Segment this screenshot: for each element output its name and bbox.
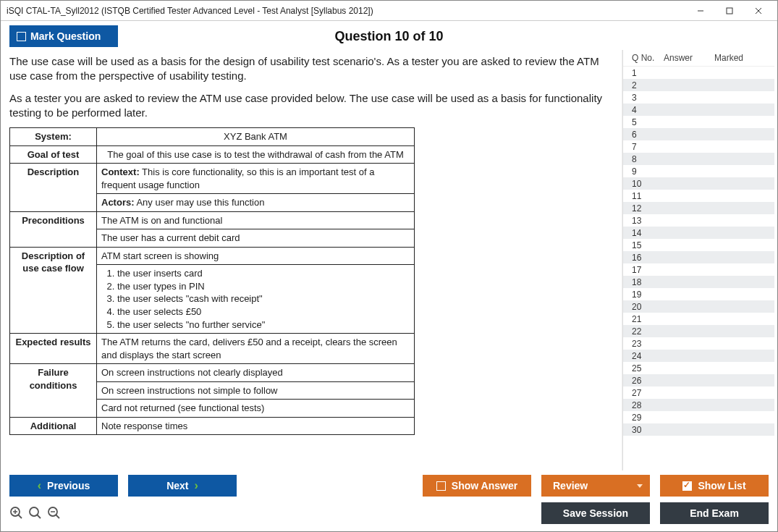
uc-failure-1: On screen instructions not clearly displ… [97, 364, 415, 382]
close-button[interactable] [744, 2, 773, 20]
uc-failure-label: Failure conditions [10, 364, 97, 418]
nav-row[interactable]: 8 [623, 153, 774, 165]
window-title: iSQI CTAL-TA_Syll2012 (ISTQB Certified T… [7, 6, 686, 16]
checkbox-icon [436, 481, 446, 491]
uc-flow-steps: the user inserts card the user types in … [97, 265, 415, 334]
nav-row[interactable]: 12 [623, 202, 774, 214]
next-button[interactable]: Next › [128, 475, 237, 497]
uc-expected-label: Expected results [10, 334, 97, 364]
nav-row[interactable]: 15 [623, 239, 774, 251]
uc-precond-1: The ATM is on and functional [97, 211, 415, 229]
header-bar: Mark Question Question 10 of 10 [1, 21, 777, 50]
nav-row[interactable]: 4 [623, 104, 774, 116]
nav-row[interactable]: 23 [623, 337, 774, 350]
svg-rect-1 [727, 8, 732, 14]
svg-line-5 [18, 515, 22, 518]
nav-row[interactable]: 21 [623, 313, 774, 325]
uc-additional-value: Note response times [97, 417, 415, 435]
checkbox-checked-icon [682, 481, 692, 491]
footer-row-2: Save Session End Exam [9, 502, 769, 524]
uc-precond-2: The user has a current debit card [97, 229, 415, 248]
nav-row[interactable]: 28 [623, 399, 774, 411]
nav-row[interactable]: 25 [623, 362, 774, 374]
end-exam-button[interactable]: End Exam [660, 502, 769, 524]
nav-row[interactable]: 14 [623, 227, 774, 239]
uc-flow-label: Description of use case flow [10, 247, 97, 333]
uc-system-value: XYZ Bank ATM [97, 128, 415, 146]
nav-row[interactable]: 11 [623, 190, 774, 202]
nav-row[interactable]: 3 [623, 91, 774, 104]
content-area: The use case will be used as a basis for… [1, 50, 777, 470]
nav-row[interactable]: 9 [623, 165, 774, 177]
nav-row[interactable]: 7 [623, 140, 774, 153]
uc-failure-2: On screen instructions not simple to fol… [97, 381, 415, 400]
question-paragraph-1: The use case will be used as a basis for… [9, 54, 613, 84]
zoom-out-button[interactable] [47, 506, 62, 520]
previous-button[interactable]: ‹ Previous [9, 475, 118, 497]
footer: ‹ Previous Next › Show Answer Review Sho… [1, 470, 777, 531]
svg-line-9 [37, 515, 41, 518]
show-list-button[interactable]: Show List [660, 475, 769, 497]
nav-question-list[interactable]: 1234567891011121314151617181920212223242… [623, 67, 774, 470]
nav-header: Q No. Answer Marked [623, 50, 774, 67]
minimize-button[interactable] [686, 2, 715, 20]
nav-col-marked: Marked [714, 53, 770, 63]
review-dropdown[interactable]: Review [541, 475, 650, 497]
nav-row[interactable]: 24 [623, 350, 774, 362]
window-controls [686, 2, 773, 20]
question-counter: Question 10 of 10 [118, 29, 660, 44]
nav-row[interactable]: 10 [623, 177, 774, 190]
checkbox-icon [17, 32, 26, 41]
nav-row[interactable]: 2 [623, 79, 774, 91]
maximize-button[interactable] [715, 2, 744, 20]
zoom-controls [9, 506, 62, 520]
zoom-out-icon [47, 506, 62, 520]
use-case-table: System: XYZ Bank ATM Goal of test The go… [9, 127, 415, 435]
close-icon [755, 7, 762, 14]
question-paragraph-2: As a tester you are asked to review the … [9, 91, 613, 121]
nav-row[interactable]: 22 [623, 325, 774, 337]
save-session-button[interactable]: Save Session [541, 502, 650, 524]
uc-goal-label: Goal of test [10, 145, 97, 164]
maximize-icon [726, 7, 733, 14]
nav-row[interactable]: 29 [623, 411, 774, 423]
uc-flow-head: ATM start screen is showing [97, 247, 415, 265]
magnifier-icon [28, 506, 43, 520]
nav-col-qno: Q No. [632, 53, 664, 63]
nav-row[interactable]: 1 [623, 67, 774, 79]
uc-additional-label: Additional [10, 417, 97, 435]
uc-goal-value: The goal of this use case is to test the… [97, 145, 415, 164]
svg-line-11 [56, 515, 59, 518]
zoom-reset-button[interactable] [28, 506, 43, 520]
nav-row[interactable]: 6 [623, 128, 774, 140]
question-text: The use case will be used as a basis for… [9, 54, 613, 120]
nav-row[interactable]: 5 [623, 116, 774, 128]
uc-precond-label: Preconditions [10, 211, 97, 247]
nav-row[interactable]: 30 [623, 423, 774, 436]
nav-row[interactable]: 16 [623, 251, 774, 263]
nav-row[interactable]: 18 [623, 276, 774, 288]
nav-row[interactable]: 20 [623, 300, 774, 313]
zoom-in-button[interactable] [9, 506, 24, 520]
uc-desc-label: Description [10, 164, 97, 212]
uc-desc-context: Context: This is core functionality, so … [97, 164, 415, 194]
mark-question-label: Mark Question [30, 30, 101, 42]
chevron-left-icon: ‹ [38, 479, 41, 492]
nav-row[interactable]: 19 [623, 288, 774, 300]
minimize-icon [697, 7, 704, 14]
nav-row[interactable]: 26 [623, 374, 774, 387]
show-answer-button[interactable]: Show Answer [423, 475, 531, 497]
chevron-right-icon: › [195, 479, 198, 492]
uc-desc-actors: Actors: Any user may use this function [97, 194, 415, 212]
nav-row[interactable]: 27 [623, 387, 774, 399]
nav-row[interactable]: 13 [623, 214, 774, 227]
question-panel[interactable]: The use case will be used as a basis for… [1, 50, 622, 470]
mark-question-button[interactable]: Mark Question [9, 25, 118, 47]
app-window: iSQI CTAL-TA_Syll2012 (ISTQB Certified T… [0, 0, 778, 532]
question-nav-panel: Q No. Answer Marked 12345678910111213141… [622, 50, 774, 470]
nav-col-answer: Answer [664, 53, 714, 63]
footer-row-1: ‹ Previous Next › Show Answer Review Sho… [9, 475, 769, 497]
nav-row[interactable]: 17 [623, 263, 774, 276]
uc-expected-value: The ATM returns the card, delivers £50 a… [97, 334, 415, 364]
uc-system-label: System: [10, 128, 97, 146]
